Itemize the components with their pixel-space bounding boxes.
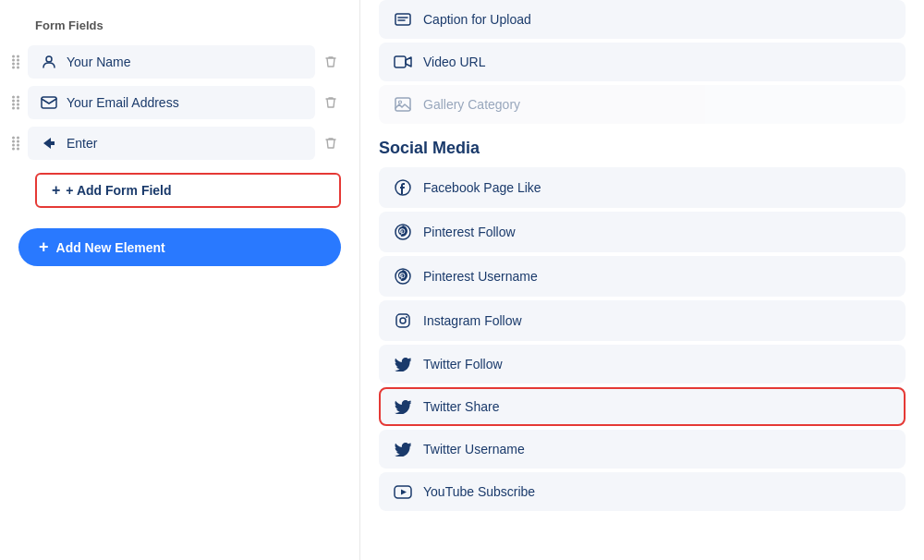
svg-rect-30: [395, 56, 406, 67]
option-caption-upload[interactable]: Caption for Upload: [379, 0, 906, 39]
form-field-row: Your Name: [9, 45, 341, 79]
pinterest-icon: [394, 268, 412, 285]
option-facebook-page-like[interactable]: Facebook Page Like: [379, 167, 906, 208]
social-media-title: Social Media: [379, 139, 906, 158]
add-new-element-button[interactable]: + Add New Element: [18, 228, 341, 266]
option-instagram-follow[interactable]: Instagram Follow: [379, 300, 906, 341]
option-label: Caption for Upload: [423, 12, 531, 27]
option-youtube-subscribe[interactable]: YouTube Subscribe: [379, 472, 906, 511]
social-media-list: Facebook Page Like Pinterest Follow Pint…: [379, 167, 906, 511]
svg-rect-36: [396, 314, 409, 327]
add-new-element-label: Add New Element: [56, 240, 165, 255]
svg-point-7: [17, 67, 19, 69]
svg-point-1: [17, 55, 19, 58]
svg-point-20: [12, 140, 15, 143]
svg-point-2: [12, 59, 15, 62]
svg-point-22: [12, 144, 15, 147]
svg-point-12: [17, 100, 19, 103]
svg-point-25: [17, 148, 19, 151]
svg-rect-27: [395, 14, 410, 25]
svg-marker-26: [43, 138, 55, 149]
option-twitter-username[interactable]: Twitter Username: [379, 430, 906, 469]
svg-point-8: [46, 56, 52, 62]
youtube-icon: [394, 485, 412, 499]
field-enter[interactable]: Enter: [28, 127, 315, 160]
top-items-list: Caption for Upload Video URL Gallery Cat…: [379, 0, 906, 124]
user-icon: [41, 55, 57, 69]
option-pinterest-username[interactable]: Pinterest Username: [379, 256, 906, 297]
option-label: Pinterest Follow: [423, 225, 516, 239]
option-label: Instagram Follow: [423, 313, 522, 328]
delete-field-btn[interactable]: [321, 133, 341, 153]
email-icon: [41, 96, 57, 109]
option-label: Video URL: [423, 55, 485, 69]
svg-point-14: [17, 103, 19, 106]
pinterest-icon: [394, 224, 412, 240]
svg-point-10: [17, 96, 19, 99]
delete-field-btn[interactable]: [321, 52, 341, 72]
twitter-icon: [394, 357, 412, 371]
video-icon: [394, 55, 412, 68]
form-fields-list: Your Name Your Email Address: [9, 45, 341, 160]
panel-title: Form Fields: [9, 18, 341, 32]
svg-point-18: [12, 137, 15, 140]
drag-handle[interactable]: [9, 95, 22, 110]
form-field-row: Your Email Address: [9, 86, 341, 119]
svg-point-11: [12, 100, 15, 103]
svg-marker-40: [401, 489, 407, 494]
twitter-icon: [394, 399, 412, 414]
caption-icon: [394, 13, 412, 26]
arrow-icon: [41, 136, 57, 151]
svg-point-6: [12, 67, 15, 69]
right-panel: Caption for Upload Video URL Gallery Cat…: [360, 0, 924, 560]
add-form-field-button[interactable]: + + Add Form Field: [35, 173, 341, 208]
option-pinterest-follow[interactable]: Pinterest Follow: [379, 212, 906, 252]
svg-rect-31: [395, 98, 410, 111]
option-twitter-share[interactable]: Twitter Share: [379, 387, 906, 426]
option-label: Pinterest Username: [423, 269, 538, 284]
svg-point-13: [12, 103, 15, 106]
option-label: Twitter Follow: [423, 357, 503, 371]
svg-point-4: [12, 63, 15, 66]
option-twitter-follow[interactable]: Twitter Follow: [379, 345, 906, 383]
plus-icon: +: [52, 182, 60, 199]
svg-point-38: [406, 316, 407, 318]
svg-point-9: [12, 96, 15, 99]
option-label: Twitter Share: [423, 399, 499, 414]
facebook-icon: [394, 179, 412, 196]
instagram-icon: [394, 312, 412, 329]
drag-handle[interactable]: [9, 55, 22, 69]
option-label: Twitter Username: [423, 442, 525, 457]
field-your-name[interactable]: Your Name: [28, 45, 315, 79]
delete-field-btn[interactable]: [321, 92, 341, 113]
add-form-field-label: + Add Form Field: [66, 183, 171, 198]
drag-handle[interactable]: [9, 136, 22, 151]
svg-point-15: [12, 107, 15, 110]
field-label: Your Email Address: [67, 95, 179, 110]
left-panel: Form Fields Your Name: [0, 0, 360, 560]
svg-point-32: [399, 101, 402, 103]
svg-point-37: [400, 318, 406, 323]
image-icon: [394, 97, 412, 112]
svg-point-3: [17, 59, 19, 62]
plus-icon: +: [39, 237, 49, 257]
svg-point-24: [12, 148, 15, 151]
svg-rect-17: [42, 97, 56, 108]
option-gallery-category: Gallery Category: [379, 85, 906, 124]
option-label: YouTube Subscribe: [423, 484, 535, 499]
field-label: Enter: [67, 136, 97, 151]
svg-point-19: [17, 137, 19, 140]
option-video-url[interactable]: Video URL: [379, 43, 906, 81]
svg-point-23: [17, 144, 19, 147]
svg-point-0: [12, 55, 15, 58]
form-field-row: Enter: [9, 127, 341, 160]
svg-point-21: [17, 140, 19, 143]
svg-point-5: [17, 63, 19, 66]
option-label: Gallery Category: [423, 97, 520, 112]
field-label: Your Name: [67, 55, 131, 69]
option-label: Facebook Page Like: [423, 180, 541, 195]
svg-point-16: [17, 107, 19, 110]
twitter-icon: [394, 442, 412, 457]
field-email[interactable]: Your Email Address: [28, 86, 315, 119]
